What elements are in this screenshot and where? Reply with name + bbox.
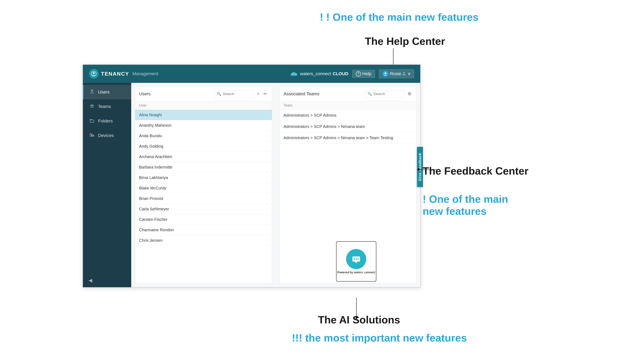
user-row[interactable]: Charmaine Rondon — [135, 225, 272, 235]
user-row[interactable]: Anda Buzatu — [135, 131, 272, 141]
svg-point-4 — [90, 105, 92, 106]
top-feature-annotation: ! One of the main new features — [320, 11, 478, 23]
svg-point-12 — [354, 258, 355, 260]
user-row[interactable]: Birva Lakhtariya — [135, 173, 272, 183]
ai-title-annotation: The AI Solutions — [318, 314, 400, 326]
search-icon: 🔍 — [368, 92, 372, 96]
svg-point-13 — [356, 258, 357, 260]
sidebar-item-folders[interactable]: Folders — [83, 114, 131, 128]
sidebar: Users Teams — [83, 83, 131, 287]
app-logo: TENANCY Management — [89, 69, 158, 79]
cloud-suffix: CLOUD — [333, 71, 348, 76]
team-row[interactable]: Administrators > SCP Admins > Nirvana te… — [280, 121, 416, 132]
svg-point-1 — [93, 72, 94, 74]
users-icon — [89, 89, 95, 95]
ai-brand: waters_connect — [354, 271, 375, 274]
devices-icon — [89, 133, 95, 138]
ai-subtitle-annotation: !!! the most important new features — [292, 332, 467, 344]
user-avatar — [382, 71, 388, 77]
ai-powered-by: Powered by — [337, 271, 353, 274]
help-button[interactable]: ? Help — [352, 70, 375, 78]
feedback-subtitle-annotation: ! One of the main new features — [422, 193, 560, 217]
team-row[interactable]: Administrators > SCP Admins > Nirvana te… — [280, 132, 416, 144]
content-area: Users 🔍 + ✏ User Alina Noaghi — [131, 83, 420, 287]
users-panel-header: Users 🔍 + ✏ — [135, 87, 272, 101]
sidebar-item-teams[interactable]: Teams — [83, 99, 131, 114]
user-row[interactable]: Carla Sehlmeyer — [135, 204, 272, 214]
sidebar-item-devices[interactable]: Devices — [83, 128, 131, 143]
top-navbar: TENANCY Management waters_connect CLOUD … — [83, 65, 420, 83]
svg-point-2 — [384, 72, 386, 74]
folders-icon — [89, 118, 95, 124]
panels-row: Users 🔍 + ✏ User Alina Noaghi — [131, 83, 420, 287]
users-panel-title: Users — [139, 91, 150, 96]
nav-right: waters_connect CLOUD ? Help Rosie J. ∨ — [290, 69, 414, 78]
help-label: Help — [362, 71, 371, 76]
cloud-label: waters_connect — [300, 71, 331, 76]
user-row[interactable]: Blake McCurdy — [135, 183, 272, 193]
feedback-title-annotation: The Feedback Center — [422, 165, 528, 177]
teams-icon — [89, 104, 95, 109]
teams-panel-actions: 🔍 ⚙ — [365, 90, 412, 97]
logo-icon — [89, 69, 98, 79]
sidebar-bottom: ◀ — [83, 274, 131, 287]
feedback-arrow-dot — [418, 168, 420, 171]
sidebar-item-users[interactable]: Users — [83, 85, 131, 99]
svg-rect-9 — [93, 135, 94, 136]
teams-panel-title: Associated Teams — [284, 91, 320, 96]
user-row[interactable]: Carsten Fischer — [135, 214, 272, 225]
app-subtitle: Management — [132, 71, 158, 76]
sidebar-item-users-label: Users — [98, 89, 110, 95]
help-center-annotation: The Help Center — [365, 35, 445, 47]
edit-user-button[interactable]: ✏ — [263, 90, 268, 97]
teams-search-box[interactable]: 🔍 — [365, 90, 404, 97]
team-row[interactable]: Administrators > SCP Admins — [280, 110, 416, 121]
search-icon: 🔍 — [217, 92, 221, 96]
users-column-header: User — [135, 101, 272, 110]
app-title: TENANCY — [101, 71, 129, 77]
settings-button[interactable]: ⚙ — [407, 90, 412, 97]
svg-point-3 — [91, 90, 93, 91]
user-name: Rosie J. — [390, 71, 406, 76]
user-row[interactable]: Chris Jensen — [135, 235, 272, 246]
cloud-badge: waters_connect CLOUD — [290, 71, 348, 77]
ai-chat-widget[interactable]: Powered by waters_connect — [336, 241, 376, 282]
chevron-down-icon: ∨ — [408, 71, 411, 76]
sidebar-item-devices-label: Devices — [98, 133, 114, 138]
teams-search-input[interactable] — [374, 92, 402, 96]
user-row[interactable]: Andy Golding — [135, 141, 272, 152]
user-row[interactable]: Alina Noaghi — [135, 110, 272, 120]
svg-rect-6 — [90, 120, 94, 122]
user-menu-button[interactable]: Rosie J. ∨ — [379, 69, 414, 78]
add-user-button[interactable]: + — [256, 90, 260, 97]
svg-rect-7 — [90, 134, 91, 136]
user-row[interactable]: Ananthy Maheson — [135, 120, 272, 131]
feedback-label: Give Feedback — [418, 153, 422, 181]
svg-point-14 — [358, 258, 359, 260]
user-row[interactable]: Barbara Indermitte — [135, 162, 272, 173]
svg-rect-8 — [92, 134, 93, 136]
ai-powered-text: Powered by waters_connect — [337, 271, 375, 274]
feedback-sidebar-button[interactable]: Give Feedback — [417, 147, 423, 187]
user-list: Alina Noaghi Ananthy Maheson Anda Buzatu… — [135, 110, 272, 283]
user-row[interactable]: Archana Arachben — [135, 152, 272, 162]
sidebar-item-folders-label: Folders — [98, 118, 113, 124]
user-row[interactable]: Brian Provost — [135, 193, 272, 204]
users-panel: Users 🔍 + ✏ User Alina Noaghi — [135, 86, 272, 284]
users-search-input[interactable] — [223, 92, 251, 96]
teams-panel-header: Associated Teams 🔍 ⚙ — [280, 87, 416, 101]
users-panel-actions: 🔍 + ✏ — [214, 90, 268, 97]
svg-point-5 — [92, 105, 94, 106]
ai-chat-icon — [346, 249, 366, 269]
sidebar-item-teams-label: Teams — [98, 104, 111, 109]
teams-column-header: Team — [280, 101, 416, 110]
collapse-button[interactable]: ◀ — [88, 278, 126, 283]
users-search-box[interactable]: 🔍 — [214, 90, 254, 97]
help-icon: ? — [356, 71, 361, 76]
